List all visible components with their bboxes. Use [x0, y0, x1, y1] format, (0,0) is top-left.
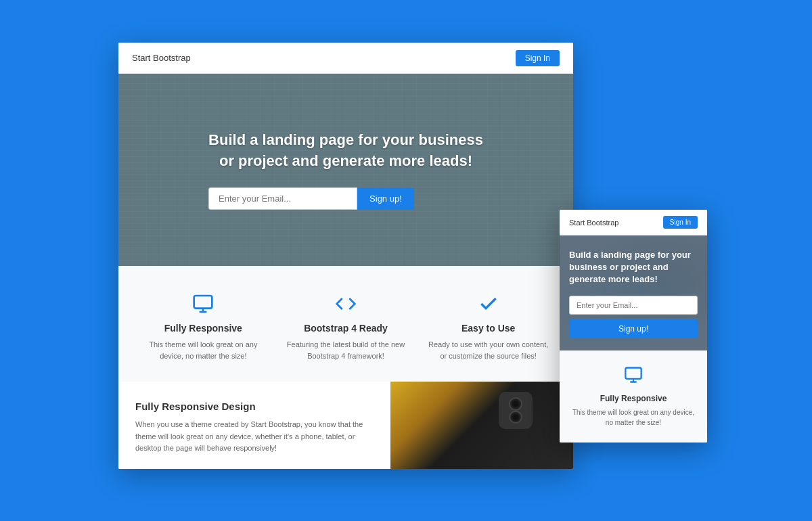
bottom-phone-image [390, 382, 573, 469]
main-hero-section: Build a landing page for your business o… [118, 74, 573, 266]
svg-rect-3 [625, 367, 641, 378]
feature-item-easy: Easy to Use Ready to use with your own c… [417, 293, 560, 361]
feature-item-responsive: Fully Responsive This theme will look gr… [132, 293, 275, 361]
hero-signup-form: Sign up! [208, 187, 483, 210]
feature-desc-responsive: This theme will look great on any device… [142, 339, 265, 361]
feature-title-easy: Easy to Use [427, 323, 549, 334]
small-browser-window: Start Bootstrap Sign In Build a landing … [560, 210, 707, 443]
small-hero-section: Build a landing page for your business o… [560, 235, 707, 350]
small-feature-desc: This theme will look great on any device… [569, 407, 698, 428]
main-navbar: Start Bootstrap Sign In [118, 43, 573, 74]
main-navbar-brand: Start Bootstrap [132, 53, 191, 63]
hero-signup-button[interactable]: Sign up! [357, 187, 414, 210]
small-signin-button[interactable]: Sign In [663, 216, 698, 229]
feature-desc-easy: Ready to use with your own content, or c… [427, 339, 549, 361]
hero-email-input[interactable] [208, 187, 357, 210]
bottom-section: Fully Responsive Design When you use a t… [118, 382, 573, 469]
code-icon [285, 293, 407, 315]
feature-title-responsive: Fully Responsive [142, 323, 265, 334]
main-signin-button[interactable]: Sign In [516, 50, 560, 66]
svg-rect-0 [194, 296, 212, 309]
main-browser-window: Start Bootstrap Sign In Build a landing … [118, 43, 573, 469]
feature-item-bootstrap: Bootstrap 4 Ready Featuring the latest b… [275, 293, 418, 361]
camera-lens-bottom [509, 411, 522, 424]
monitor-icon [142, 293, 265, 315]
check-icon [427, 293, 549, 315]
bottom-title: Fully Responsive Design [135, 401, 374, 412]
bottom-description: When you use a theme created by Start Bo… [135, 419, 374, 455]
feature-desc-bootstrap: Featuring the latest build of the new Bo… [285, 339, 407, 361]
hero-content: Build a landing page for your business o… [208, 130, 483, 210]
small-email-input[interactable] [569, 296, 698, 315]
small-monitor-icon [569, 365, 698, 388]
bottom-text-area: Fully Responsive Design When you use a t… [118, 382, 390, 469]
small-hero-headline: Build a landing page for your business o… [569, 249, 698, 286]
features-grid: Fully Responsive This theme will look gr… [132, 293, 560, 361]
small-features-section: Fully Responsive This theme will look gr… [560, 350, 707, 443]
small-signup-button[interactable]: Sign up! [569, 319, 698, 338]
features-section: Fully Responsive This theme will look gr… [118, 266, 573, 382]
camera-bump [499, 392, 533, 429]
hero-headline: Build a landing page for your business o… [208, 130, 483, 172]
feature-title-bootstrap: Bootstrap 4 Ready [285, 323, 407, 334]
camera-lens-top [509, 397, 522, 411]
phone-visual [390, 382, 573, 469]
small-navbar-brand: Start Bootstrap [569, 219, 618, 227]
small-feature-title: Fully Responsive [569, 394, 698, 403]
small-navbar: Start Bootstrap Sign In [560, 210, 707, 235]
